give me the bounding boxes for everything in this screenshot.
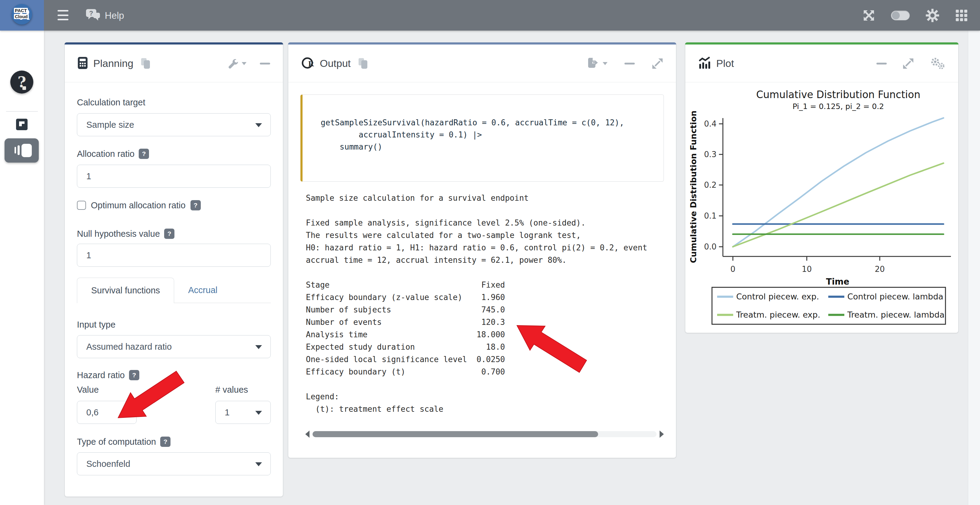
wrench-icon xyxy=(228,58,239,69)
app-screen: R PACT Cloud ? Help xyxy=(0,0,980,505)
scroll-right-icon[interactable] xyxy=(660,430,664,438)
scrollbar-thumb[interactable] xyxy=(313,431,598,437)
topbar: R PACT Cloud ? Help xyxy=(0,0,980,30)
collapse-button[interactable] xyxy=(877,63,887,65)
sun-icon[interactable] xyxy=(926,8,939,22)
null-hypothesis-label: Null hypothesis value ? xyxy=(77,228,271,239)
theme-toggle[interactable] xyxy=(891,11,910,20)
planning-header: Planning xyxy=(65,45,283,83)
help-badge-icon[interactable]: ? xyxy=(139,149,149,159)
output-body: getSampleSizeSurvival(hazardRatio = 0.6,… xyxy=(288,83,676,458)
logo-text-pact: PACT xyxy=(14,8,28,13)
x-tick-labels: 0 10 20 xyxy=(730,265,885,274)
svg-text:?: ? xyxy=(89,10,93,17)
planning-title: Planning xyxy=(93,57,133,69)
minus-icon xyxy=(877,63,887,65)
plot-title: Plot xyxy=(716,57,734,69)
minus-icon xyxy=(624,63,635,65)
hamburger-icon[interactable] xyxy=(57,10,68,20)
collapse-button[interactable] xyxy=(624,63,635,65)
calculation-target-value: Sample size xyxy=(86,120,134,130)
svg-text:0: 0 xyxy=(730,265,736,274)
copy-icon[interactable] xyxy=(359,58,368,69)
optimum-allocation-checkbox[interactable] xyxy=(77,201,86,210)
plot-accent-bar xyxy=(685,42,958,44)
settings-wrench-button[interactable] xyxy=(228,58,247,69)
help-badge-icon[interactable]: ? xyxy=(191,200,201,210)
collapse-button[interactable] xyxy=(260,63,270,65)
null-hypothesis-input[interactable]: 1 xyxy=(77,244,271,267)
value-label: Value xyxy=(77,384,137,395)
sidebar-item-active[interactable] xyxy=(5,138,39,163)
svg-text:0.1: 0.1 xyxy=(704,211,716,221)
input-type-select[interactable]: Assumed hazard ratio xyxy=(77,335,271,358)
allocation-ratio-label-text: Allocation ratio xyxy=(77,148,134,159)
computation-type-select[interactable]: Schoenfeld xyxy=(77,452,271,475)
cdf-chart: Cumulative Distribution Function Pi_1 = … xyxy=(685,83,959,333)
scroll-left-icon[interactable] xyxy=(305,430,310,438)
null-hypothesis-value: 1 xyxy=(86,250,91,260)
svg-text:0.4: 0.4 xyxy=(704,119,716,129)
num-values-select[interactable]: 1 xyxy=(215,401,271,424)
copy-icon[interactable] xyxy=(141,58,150,69)
y-axis-label: Cumulative Distribution Function xyxy=(689,111,698,263)
app-logo[interactable]: R PACT Cloud xyxy=(0,0,44,30)
num-values-label: # values xyxy=(215,384,271,395)
avatar[interactable]: ? xyxy=(10,71,33,94)
chevron-down-icon xyxy=(255,462,262,466)
expand-icon xyxy=(902,58,914,69)
calculation-target-select[interactable]: Sample size xyxy=(77,113,271,136)
allocation-ratio-label: Allocation ratio ? xyxy=(77,148,271,159)
planning-form: Calculation target Sample size Allocatio… xyxy=(65,83,283,497)
help-badge-icon[interactable]: ? xyxy=(129,370,139,380)
planning-panel: Planning Calculation targe xyxy=(65,42,283,497)
chevron-down-icon xyxy=(255,123,262,127)
input-type-label-text: Input type xyxy=(77,319,115,330)
svg-text:0.0: 0.0 xyxy=(704,242,716,251)
calculator-icon xyxy=(78,57,88,71)
hazard-ratio-value: 0,6 xyxy=(86,408,99,418)
plot-panel: Plot xyxy=(685,42,958,333)
hazard-ratio-value-input[interactable]: 0,6 xyxy=(77,401,137,424)
input-type-label: Input type xyxy=(77,319,271,330)
planning-accent-bar xyxy=(65,42,283,44)
svg-text:0.2: 0.2 xyxy=(704,181,716,189)
tab-accrual[interactable]: Accrual xyxy=(174,278,231,303)
chart-series xyxy=(733,118,943,247)
gears-icon xyxy=(930,57,945,70)
page-scrollbar-gutter[interactable] xyxy=(968,30,980,505)
y-tick-labels: 0.4 0.3 0.2 0.1 0.0 xyxy=(704,119,716,251)
plot-settings-button[interactable] xyxy=(930,57,945,70)
minus-icon xyxy=(260,63,270,65)
output-header: R Output xyxy=(288,45,676,83)
chart-subtitle: Pi_1 = 0.125, pi_2 = 0.2 xyxy=(792,102,884,111)
output-title: Output xyxy=(320,57,351,69)
tab-survival-functions[interactable]: Survival functions xyxy=(77,278,174,303)
chevron-down-icon xyxy=(603,62,608,65)
expand-button[interactable] xyxy=(652,58,663,69)
r-code-block: getSampleSizeSurvival(hazardRatio = 0.6,… xyxy=(301,94,664,182)
help-badge-icon[interactable]: ? xyxy=(160,437,170,447)
help-badge-icon[interactable]: ? xyxy=(164,229,175,239)
expand-icon xyxy=(652,58,663,69)
hazard-ratio-label: Hazard ratio ? xyxy=(77,370,271,381)
expand-button[interactable] xyxy=(902,58,914,69)
chart-icon xyxy=(698,57,711,71)
chevron-down-icon xyxy=(242,62,247,65)
allocation-ratio-input[interactable]: 1 xyxy=(77,165,271,188)
x-axis-label: Time xyxy=(826,277,850,287)
legend-label: Control piecew. lambda xyxy=(847,292,943,301)
arrows-out-icon[interactable] xyxy=(862,9,875,22)
grid-icon[interactable] xyxy=(955,9,968,22)
sidebar-item-flag-icon[interactable] xyxy=(16,119,27,130)
export-button[interactable] xyxy=(587,57,608,70)
scrollbar-track[interactable] xyxy=(313,431,657,437)
tab-survival-functions-label: Survival functions xyxy=(91,286,160,295)
export-icon xyxy=(587,57,599,70)
chart-legend: Control piecew. exp. Control piecew. lam… xyxy=(712,287,945,324)
r-logo-icon: R xyxy=(301,57,314,70)
planning-tabs: Survival functions Accrual xyxy=(77,278,271,303)
svg-text:R: R xyxy=(308,59,314,68)
legend-label: Control piecew. exp. xyxy=(736,292,819,301)
help-button[interactable]: ? Help xyxy=(85,8,124,24)
